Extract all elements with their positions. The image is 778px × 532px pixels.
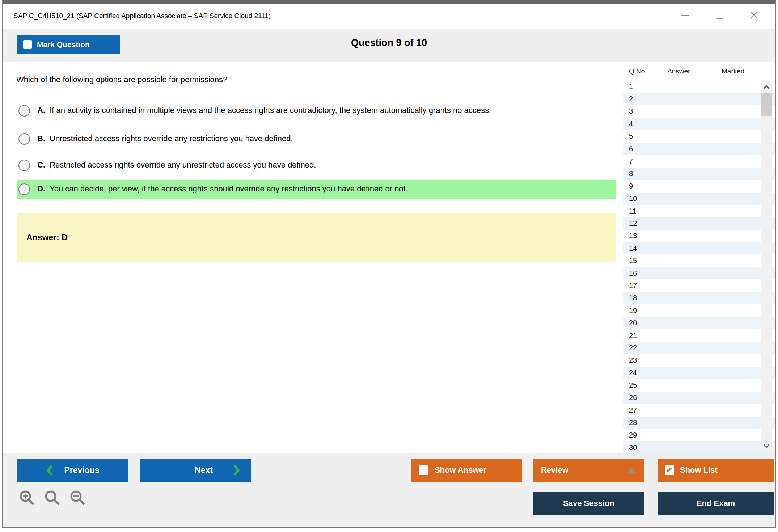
option-text-block: D. You can decide, per view, if the acce… <box>37 182 408 196</box>
row-q-no: 9 <box>629 182 667 190</box>
row-q-no: 18 <box>629 294 667 302</box>
minimize-icon <box>681 15 689 16</box>
question-list-row[interactable]: 21 <box>623 329 775 342</box>
footer-toolbar: Previous Next Show Answer Review ✔ Show … <box>3 453 775 527</box>
next-button[interactable]: Next <box>140 459 251 482</box>
question-list-scrollbar[interactable] <box>761 81 772 452</box>
question-list-row[interactable]: 26 <box>623 392 775 404</box>
row-q-no: 8 <box>629 169 667 178</box>
close-button[interactable] <box>748 9 760 21</box>
question-list-row[interactable]: 1 <box>623 80 775 93</box>
column-marked: Marked <box>722 67 775 75</box>
row-q-no: 5 <box>629 132 667 140</box>
row-q-no: 29 <box>629 431 667 439</box>
question-list-row[interactable]: 5 <box>623 130 775 143</box>
row-q-no: 7 <box>629 157 667 165</box>
question-list-row[interactable]: 30 <box>623 441 775 453</box>
row-q-no: 15 <box>629 257 667 265</box>
question-list-row[interactable]: 7 <box>623 155 775 167</box>
question-list-row[interactable]: 4 <box>623 118 775 130</box>
question-list-row[interactable]: 25 <box>623 379 775 391</box>
question-list-row[interactable]: 16 <box>623 267 775 279</box>
question-list-panel: Q No. Answer Marked 1 2 3 4 5 6 7 8 <box>623 62 775 453</box>
question-list-row[interactable]: 15 <box>623 254 775 267</box>
maximize-button[interactable] <box>713 9 726 21</box>
question-list-row[interactable]: 24 <box>623 367 775 379</box>
answer-option[interactable]: D. You can decide, per view, if the acce… <box>17 180 616 199</box>
answer-option[interactable]: C. Restricted access rights override any… <box>17 156 616 175</box>
end-exam-button[interactable]: End Exam <box>658 492 774 515</box>
answer-option[interactable]: B. Unrestricted access rights override a… <box>17 130 616 149</box>
zoom-out-icon[interactable] <box>69 489 86 507</box>
row-q-no: 17 <box>629 282 667 290</box>
window-controls <box>678 9 760 21</box>
row-q-no: 1 <box>629 83 667 91</box>
question-list-row[interactable]: 28 <box>623 417 775 429</box>
question-rows: 1 2 3 4 5 6 7 8 9 10 11 <box>623 80 775 453</box>
option-text: Unrestricted access rights override any … <box>50 134 293 143</box>
window-title: SAP C_C4H510_21 (SAP Certified Applicati… <box>13 12 271 20</box>
scroll-up-button[interactable] <box>761 81 772 93</box>
end-exam-label: End Exam <box>697 499 735 508</box>
minimize-button[interactable] <box>678 9 691 21</box>
row-q-no: 10 <box>629 194 667 203</box>
question-list: 1 2 3 4 5 6 7 8 9 10 11 <box>623 80 775 453</box>
option-letter: D. <box>37 184 47 193</box>
mark-question-button[interactable]: Mark Question <box>17 35 120 54</box>
radio-button-icon[interactable] <box>18 160 30 171</box>
row-q-no: 28 <box>629 418 667 427</box>
next-label: Next <box>195 465 213 475</box>
show-answer-button[interactable]: Show Answer <box>411 459 522 482</box>
options-list: A. If an activity is contained in multip… <box>17 102 616 199</box>
question-list-row[interactable]: 6 <box>623 143 775 155</box>
question-list-row[interactable]: 14 <box>623 242 775 254</box>
row-q-no: 30 <box>629 443 667 452</box>
row-q-no: 6 <box>629 145 667 153</box>
question-list-row[interactable]: 27 <box>623 404 775 416</box>
question-list-row[interactable]: 11 <box>623 205 775 217</box>
scrollbar-thumb[interactable] <box>761 93 772 116</box>
show-list-button[interactable]: ✔ Show List <box>658 459 774 482</box>
mark-question-checkbox[interactable] <box>23 40 32 49</box>
row-q-no: 23 <box>629 356 667 364</box>
zoom-in-icon[interactable] <box>18 489 36 507</box>
header-band: Question 9 of 10 Mark Question <box>3 29 775 62</box>
question-list-row[interactable]: 23 <box>623 354 775 367</box>
question-list-row[interactable]: 10 <box>623 193 775 205</box>
row-q-no: 2 <box>629 95 667 103</box>
question-list-row[interactable]: 17 <box>623 279 775 292</box>
question-list-row[interactable]: 22 <box>623 342 775 354</box>
option-letter: B. <box>37 134 47 143</box>
question-list-row[interactable]: 19 <box>623 304 775 317</box>
scroll-down-button[interactable] <box>761 440 772 452</box>
answer-option[interactable]: A. If an activity is contained in multip… <box>17 102 616 121</box>
previous-button[interactable]: Previous <box>17 459 128 482</box>
question-list-row[interactable]: 8 <box>623 168 775 180</box>
question-list-row[interactable]: 12 <box>623 217 775 229</box>
exam-window: SAP C_C4H510_21 (SAP Certified Applicati… <box>2 0 776 528</box>
radio-button-icon[interactable] <box>18 105 30 117</box>
review-button[interactable]: Review <box>533 459 644 482</box>
question-list-row[interactable]: 13 <box>623 230 775 242</box>
show-answer-checkbox[interactable] <box>419 465 428 475</box>
question-list-row[interactable]: 18 <box>623 292 775 304</box>
zoom-reset-icon[interactable] <box>44 489 61 507</box>
save-session-button[interactable]: Save Session <box>533 492 644 515</box>
review-label: Review <box>541 465 568 475</box>
radio-button-icon[interactable] <box>18 133 30 145</box>
row-q-no: 19 <box>629 307 667 315</box>
question-list-row[interactable]: 3 <box>623 105 775 118</box>
answer-box: Answer: D <box>17 213 616 262</box>
question-list-row[interactable]: 9 <box>623 180 775 192</box>
question-list-row[interactable]: 29 <box>623 429 775 441</box>
option-letter: C. <box>37 160 47 169</box>
question-list-row[interactable]: 20 <box>623 317 775 329</box>
option-text: You can decide, per view, if the access … <box>50 184 408 193</box>
maximize-icon <box>716 12 723 19</box>
chevron-up-icon <box>763 85 770 89</box>
radio-button-icon[interactable] <box>18 183 30 195</box>
show-answer-label: Show Answer <box>435 465 486 475</box>
show-list-checkbox[interactable]: ✔ <box>665 465 674 475</box>
question-list-row[interactable]: 2 <box>623 93 775 105</box>
row-q-no: 11 <box>629 207 667 215</box>
